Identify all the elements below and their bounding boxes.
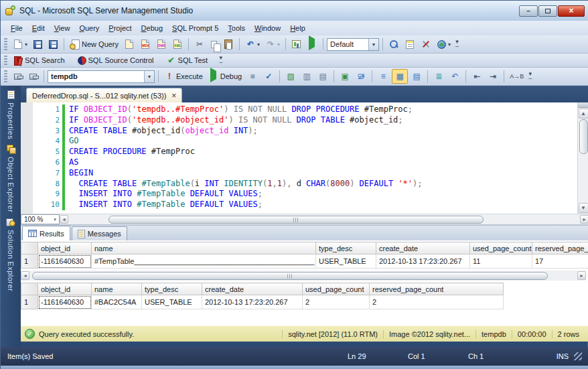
grid-cell[interactable]: #BAC2C54A <box>92 295 142 309</box>
scroll-left-icon[interactable]: ◂ <box>60 215 68 224</box>
comment-button[interactable]: ≣ <box>431 70 446 83</box>
client-statistics-button[interactable]: 🖳 <box>354 70 368 83</box>
column-header-name[interactable]: name <box>92 283 142 295</box>
chevron-down-icon[interactable]: ▾ <box>51 217 59 222</box>
maximize-button[interactable] <box>538 5 557 17</box>
column-header-create_date[interactable]: create_date <box>202 283 303 295</box>
query-options-button[interactable]: ▧ <box>283 70 298 83</box>
grid1-horizontal-scrollbar[interactable]: ◂ ▸ <box>21 271 586 281</box>
uncomment-button[interactable]: ↶ <box>447 70 462 83</box>
toolbar-grip[interactable] <box>4 38 7 50</box>
menu-item-help[interactable]: Help <box>285 22 310 34</box>
new-button[interactable]: ▾ <box>11 38 29 51</box>
cut-button[interactable]: ✂ <box>192 38 207 51</box>
editor-vertical-scrollbar[interactable]: ▲ ▼ <box>577 102 588 214</box>
menu-item-project[interactable]: Project <box>104 22 136 34</box>
toolbar-overflow[interactable]: ▾– <box>528 72 532 81</box>
chevron-down-icon[interactable]: ▾ <box>368 39 378 50</box>
column-header-create_date[interactable]: create_date <box>376 242 470 254</box>
scroll-right-icon[interactable]: ▸ <box>580 215 588 224</box>
grid-cell[interactable]: 17 <box>532 254 588 269</box>
column-header-object_id[interactable]: object_id <box>38 283 92 295</box>
sidebar-tab-solution-explorer[interactable]: Solution Explorer <box>1 212 21 291</box>
grid-cell[interactable]: 11 <box>470 254 532 269</box>
zoom-combobox[interactable]: 100 % ▾ <box>21 214 60 224</box>
resize-grip-icon[interactable] <box>574 352 582 360</box>
code-area[interactable]: IF OBJECT_ID('tempdb..#TempProc') IS NOT… <box>65 102 577 214</box>
toolbar-grip[interactable] <box>4 56 7 65</box>
debug-button[interactable]: Debug <box>206 70 244 83</box>
save-all-button[interactable] <box>46 38 60 51</box>
sidebar-tab-object-explorer[interactable]: Object Explorer <box>1 139 21 212</box>
toolbar-overflow[interactable]: ▾– <box>219 56 222 65</box>
close-icon[interactable]: × <box>171 92 176 99</box>
activity-monitor-button[interactable] <box>289 38 303 51</box>
menu-item-view[interactable]: View <box>50 22 75 34</box>
mdx-query-button[interactable]: MDX <box>138 38 153 51</box>
editor-horizontal-scrollbar[interactable]: 100 % ▾ ◂ ▸ <box>21 214 588 224</box>
scrollbar-thumb[interactable] <box>108 216 484 224</box>
scroll-down-icon[interactable]: ▼ <box>579 203 588 213</box>
tab-messages[interactable]: Messages <box>72 226 127 240</box>
scrollbar-thumb[interactable] <box>32 272 548 280</box>
tab-results[interactable]: Results <box>22 226 70 240</box>
decrease-indent-button[interactable]: ⇤ <box>469 70 484 83</box>
xmla-query-button[interactable]: XML <box>170 38 185 51</box>
paste-button[interactable] <box>221 38 236 51</box>
menu-item-window[interactable]: Window <box>250 22 285 34</box>
grid-cell[interactable]: 2012-10-13 17:23:20.267 <box>202 295 303 309</box>
toolbar-grip[interactable] <box>4 70 7 82</box>
grid-cell[interactable]: 2 <box>303 295 370 309</box>
grid-cell[interactable]: #TempTable______________________________… <box>92 254 316 269</box>
grid-cell[interactable]: -1161640630 <box>38 295 92 309</box>
menu-item-file[interactable]: File <box>6 22 27 34</box>
sql-prompt-rename-button[interactable]: A→B <box>508 72 526 81</box>
copy-button[interactable] <box>208 39 220 50</box>
grid-cell[interactable]: 2 <box>370 295 504 309</box>
document-tab[interactable]: DeferredDrop.sql - S...012 sqlity.net (5… <box>26 88 182 102</box>
sql-editor[interactable]: 12345678910 IF OBJECT_ID('tempdb..#TempP… <box>21 102 588 214</box>
chevron-down-icon[interactable]: ▾ <box>144 71 154 82</box>
redo-button[interactable]: ↷▾ <box>263 38 282 51</box>
column-header-reserved_page_count[interactable]: reserved_page_count <box>370 283 504 295</box>
row-header[interactable]: 1 <box>21 254 38 269</box>
column-header-object_id[interactable]: object_id <box>38 242 92 254</box>
grid-corner-cell[interactable] <box>21 283 38 295</box>
default-combobox[interactable]: Default ▾ <box>327 38 379 51</box>
grid-cell[interactable]: 2012-10-13 17:23:20.267 <box>376 254 470 269</box>
change-connection-button[interactable]: × <box>26 70 40 83</box>
properties-window-button[interactable] <box>402 38 417 51</box>
toolbar-overflow[interactable]: ▾– <box>455 40 459 49</box>
grid-cell[interactable]: USER_TABLE <box>316 254 376 269</box>
start-button[interactable] <box>305 38 319 51</box>
menu-item-query[interactable]: Query <box>74 22 104 34</box>
database-combobox[interactable]: tempdb ▾ <box>48 70 155 83</box>
menu-item-debug[interactable]: Debug <box>137 22 167 34</box>
grid-cell[interactable]: USER_TABLE <box>142 295 202 309</box>
column-header-name[interactable]: name <box>92 242 316 254</box>
column-header-used_page_count[interactable]: used_page_count <box>303 283 370 295</box>
query-designer-button[interactable]: ▤ <box>315 70 330 83</box>
menu-item-tools[interactable]: Tools <box>223 22 250 34</box>
results-to-file-button[interactable]: ▤ <box>409 70 424 83</box>
estimated-plan-button[interactable]: ▥ <box>299 70 314 83</box>
scroll-right-icon[interactable]: ▸ <box>577 271 586 280</box>
results-to-text-button[interactable]: ≡ <box>376 70 390 83</box>
web-browser-button[interactable]: ▾ <box>435 38 453 51</box>
cancel-query-button[interactable]: ■ <box>245 70 260 83</box>
connect-button[interactable] <box>11 70 25 83</box>
sidebar-tab-properties[interactable]: Properties <box>1 86 21 139</box>
row-header[interactable]: 1 <box>21 295 38 309</box>
column-header-used_page_count[interactable]: used_page_count <box>470 242 532 254</box>
parse-button[interactable]: ✓ <box>261 70 276 83</box>
dmx-query-button[interactable]: DMX <box>154 38 169 51</box>
close-button[interactable]: × <box>558 5 585 17</box>
sql-search-button[interactable]: SQL Search <box>11 54 67 67</box>
column-header-type_desc[interactable]: type_desc <box>142 283 202 295</box>
new-query-button[interactable]: New Query <box>68 38 121 51</box>
grid-cell[interactable]: -1161640630 <box>38 254 92 269</box>
undo-button[interactable]: ↶▾ <box>243 38 262 51</box>
database-engine-query-button[interactable] <box>122 38 137 51</box>
scrollbar-thumb[interactable] <box>579 119 588 154</box>
splitter-handle[interactable] <box>578 102 588 108</box>
